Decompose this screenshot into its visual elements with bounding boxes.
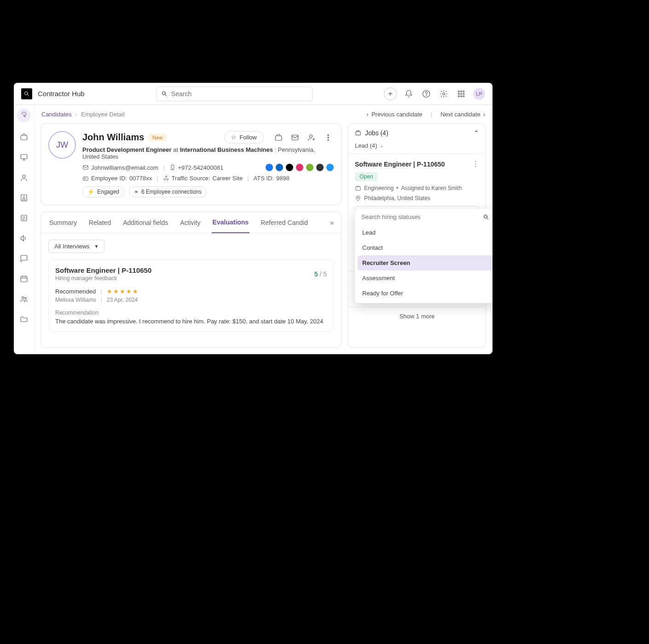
engaged-chip[interactable]: ⚡ Engaged [82, 186, 124, 197]
job-more-icon[interactable]: ⋮ [472, 160, 479, 168]
eval-date: 23 Apr, 2024 [107, 297, 138, 303]
settings-icon[interactable] [438, 88, 449, 99]
status-option-assessment[interactable]: Assessment [358, 270, 493, 286]
svg-point-12 [461, 95, 462, 97]
status-option-lead[interactable]: Lead [358, 225, 493, 240]
status-option-contact[interactable]: Contact [358, 240, 493, 255]
tabs-more-icon[interactable]: » [330, 213, 334, 233]
connections-chip[interactable]: ⚭ 6 Employee connections [129, 186, 207, 197]
phone-field[interactable]: +972-542400081 [169, 164, 224, 171]
breadcrumb-current: Employee Detail [81, 111, 125, 118]
help-icon[interactable] [421, 88, 432, 99]
job-title[interactable]: Software Engineer | P-110650 [355, 161, 445, 168]
svg-rect-34 [356, 187, 361, 190]
svg-point-27 [328, 139, 329, 140]
tab-referred[interactable]: Referred Candid [260, 213, 309, 233]
mail-icon [82, 164, 89, 171]
follow-button[interactable]: ☆ Follow [224, 131, 264, 144]
rail-list[interactable] [18, 213, 29, 224]
briefcase-icon[interactable] [273, 132, 284, 143]
location-icon [355, 195, 361, 201]
status-search-input[interactable] [361, 213, 479, 220]
jobs-header[interactable]: Jobs (4) ⌃ [348, 124, 486, 142]
rail-chat[interactable] [18, 253, 29, 264]
status-option-ready-offer[interactable]: Ready for Offer [358, 286, 493, 301]
notifications-icon[interactable] [403, 88, 414, 99]
app-logo[interactable] [21, 88, 32, 99]
breadcrumb-root[interactable]: Candidates [41, 111, 72, 118]
app-title: Contractor Hub [38, 90, 85, 98]
rail-folder[interactable] [18, 314, 29, 325]
facebook-icon[interactable] [266, 164, 273, 171]
interview-filter[interactable]: All Interviews ▼ [48, 240, 104, 253]
linkedin-icon[interactable] [276, 164, 283, 171]
rec-text: The candidate was impressive. I recommen… [55, 318, 327, 325]
svg-point-9 [461, 93, 462, 94]
add-button[interactable]: + [384, 87, 397, 100]
tabs-bar: Summary Related Additional fields Activi… [41, 212, 341, 233]
svg-point-21 [24, 298, 26, 299]
employee-id: Employee ID: 00778xx [82, 175, 152, 182]
rail-presentation[interactable] [18, 152, 29, 163]
search-icon [161, 91, 168, 97]
rail-dashboard[interactable] [17, 109, 31, 122]
svg-rect-31 [83, 177, 88, 180]
lead-filter[interactable]: Lead (4) ⌄ [348, 142, 486, 154]
svg-point-20 [22, 297, 24, 299]
rail-person[interactable] [18, 172, 29, 183]
github-icon[interactable] [316, 164, 324, 171]
tab-additional[interactable]: Additional fields [122, 213, 169, 233]
svg-rect-19 [21, 276, 27, 282]
rail-org[interactable] [18, 192, 29, 203]
user-avatar[interactable]: LP [473, 88, 485, 100]
prev-candidate-link[interactable]: ‹ Previous candidate [367, 111, 423, 118]
status-option-recruiter-screen[interactable]: Recruiter Screen [358, 255, 493, 270]
rail-team[interactable] [18, 293, 29, 305]
candidate-company: International Business Machines [180, 146, 273, 153]
topbar: Contractor Hub + LP [14, 83, 493, 105]
eval-job-title: Software Engineer | P-110650 [55, 266, 151, 274]
briefcase-icon [355, 130, 361, 136]
candidate-avatar: JW [48, 131, 76, 159]
mail-icon[interactable] [290, 132, 301, 143]
svg-point-32 [84, 178, 85, 178]
svg-point-3 [426, 95, 427, 96]
tab-activity[interactable]: Activity [179, 213, 201, 233]
rail-calendar[interactable] [18, 273, 29, 284]
chevron-down-icon: ⌄ [380, 143, 383, 148]
candidate-name: John Williams [82, 132, 144, 143]
chevron-right-icon: › [483, 111, 485, 118]
id-icon [82, 175, 89, 182]
ats-id: ATS ID: 9898 [254, 175, 290, 182]
email-field[interactable]: Johnwilliams@email.com [82, 164, 158, 171]
show-more-button[interactable]: Show 1 more [348, 307, 486, 325]
chevron-right-icon: › [75, 111, 77, 118]
svg-point-0 [24, 92, 28, 95]
tab-related[interactable]: Related [88, 213, 112, 233]
app-window: Contractor Hub + LP [14, 83, 493, 354]
tab-summary[interactable]: Summary [48, 213, 78, 233]
next-candidate-link[interactable]: Next candidate › [440, 111, 485, 118]
wechat-icon[interactable] [306, 164, 313, 171]
add-person-icon[interactable] [306, 132, 317, 143]
svg-point-11 [458, 95, 459, 97]
apps-icon[interactable] [456, 88, 467, 99]
rail-jobs[interactable] [18, 132, 29, 143]
rail-announce[interactable] [18, 233, 29, 244]
svg-point-30 [172, 169, 173, 169]
svg-rect-23 [292, 135, 298, 140]
search-icon [483, 214, 489, 220]
search-input[interactable] [171, 90, 307, 98]
source-icon [163, 175, 169, 182]
tab-evaluations[interactable]: Evaluations [212, 212, 250, 233]
info-icon[interactable] [326, 164, 334, 171]
x-icon[interactable] [286, 164, 293, 171]
status-pill: Open [355, 172, 377, 181]
global-search[interactable] [156, 86, 313, 101]
svg-point-36 [484, 215, 487, 218]
new-badge: New [149, 134, 166, 141]
svg-point-6 [461, 91, 462, 92]
rec-label: Recommended [55, 288, 96, 295]
more-icon[interactable] [323, 132, 334, 143]
instagram-icon[interactable] [296, 164, 303, 171]
